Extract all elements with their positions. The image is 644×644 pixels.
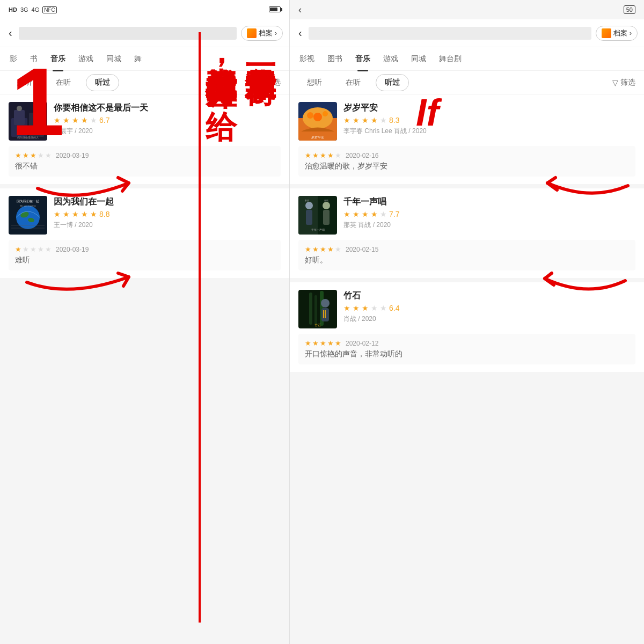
left-back-button[interactable]: ‹	[6, 25, 14, 41]
right-review-2: ★ ★ ★ ★ ★ 2020-02-15 好听。	[298, 240, 635, 270]
music-item-1[interactable]: 偶尔做做最好的人 你要相信这不是最后一天 ★ ★ ★ ★ ★ 6.7 华晨宇 /…	[0, 94, 289, 184]
rs3: ★	[30, 245, 36, 253]
subtab-heard-left[interactable]: 听过	[86, 74, 119, 91]
right-sub-tabs: 想听 在听 听过 ▽ 筛选	[290, 71, 644, 94]
svg-point-25	[323, 202, 330, 209]
music-meta-2: 王一博 / 2020	[54, 221, 281, 230]
right-review-text-2: 好听。	[305, 255, 629, 265]
tab-game-left[interactable]: 游戏	[73, 51, 99, 67]
svg-text:肖战: 肖战	[324, 199, 328, 202]
tab-book-left[interactable]: 书	[25, 51, 43, 67]
tab-theater-left[interactable]: 舞	[129, 51, 147, 67]
right-stars-row-3: ★ ★ ★ ★ ★ 6.4	[343, 304, 635, 312]
rstars2: ★	[23, 151, 29, 159]
svg-rect-32	[314, 295, 317, 325]
svg-rect-37	[325, 310, 326, 318]
review-text-1: 很不错	[15, 162, 274, 171]
right-review-stars-1: ★ ★ ★ ★ ★	[305, 151, 341, 159]
t5: ★	[380, 304, 387, 312]
rs5: ★	[380, 116, 387, 125]
right-chevron-icon: ›	[630, 29, 632, 37]
filter-button-left[interactable]: ▽ 筛选	[258, 78, 281, 87]
svg-rect-2	[14, 110, 25, 125]
subtab-heard-right[interactable]: 听过	[376, 74, 409, 91]
review-stars-1: ★ ★ ★ ★ ★	[15, 151, 52, 159]
rs1: ★	[15, 245, 21, 253]
right-swoosh-2	[537, 269, 633, 298]
music-title-1: 你要相信这不是最后一天	[54, 102, 281, 114]
s2: ★	[353, 210, 360, 218]
svg-point-34	[321, 299, 330, 308]
tab-music-right[interactable]: 音乐	[350, 51, 376, 67]
rs1: ★	[343, 116, 350, 125]
rrs2: ★	[312, 151, 319, 159]
svg-point-19	[307, 112, 313, 119]
filter-button-right[interactable]: ▽ 筛选	[612, 78, 635, 87]
music-info-1: 你要相信这不是最后一天 ★ ★ ★ ★ ★ 6.7 华晨宇 / 2020	[54, 102, 281, 136]
tab-film-left[interactable]: 影	[4, 51, 23, 67]
tab-film-right[interactable]: 影视	[294, 51, 320, 67]
tab-book-right[interactable]: 图书	[322, 51, 348, 67]
review-text-2: 难听	[15, 255, 274, 265]
rrs5: ★	[335, 151, 341, 159]
t2: ★	[353, 304, 360, 312]
left-music-list: 偶尔做做最好的人 你要相信这不是最后一天 ★ ★ ★ ★ ★ 6.7 华晨宇 /…	[0, 94, 289, 644]
rs2: ★	[23, 245, 29, 253]
right-rating-2: 7.7	[389, 210, 399, 218]
right-archive-button[interactable]: 档案 ›	[596, 26, 638, 41]
right-review-date-2: 2020-02-15	[346, 246, 378, 253]
rstars1: ★	[15, 151, 21, 159]
left-archive-button[interactable]: 档案 ›	[241, 26, 283, 41]
right-meta-3: 肖战 / 2020	[343, 314, 635, 324]
right-item-1-header: 岁岁平安 岁岁平安 ★ ★ ★ ★ ★ 8.3 李宇春 Chris Lee 肖战…	[298, 102, 635, 141]
rrs4: ★	[327, 151, 334, 159]
right-panel: ‹ 50 ‹ 档案 › 影视 图书 音乐 游戏 同城 舞台剧 想听 在听	[290, 0, 644, 644]
subtab-listening-right[interactable]: 在听	[337, 75, 369, 91]
left-panel: HD 3G 4G NFC ‹ 档案 › 影 书 音乐 游戏	[0, 0, 290, 644]
svg-rect-30	[298, 290, 337, 328]
right-stars-row-1: ★ ★ ★ ★ ★ 8.3	[343, 116, 635, 125]
stars-row-1: ★ ★ ★ ★ ★ 6.7	[54, 116, 281, 125]
subtab-want-left[interactable]: 想听	[9, 75, 41, 91]
right-back-button[interactable]: ‹	[296, 25, 304, 41]
star2: ★	[63, 116, 70, 125]
s2: ★	[63, 210, 70, 218]
subtab-want-right[interactable]: 想听	[298, 75, 331, 91]
rrs2_2: ★	[312, 245, 319, 253]
rrs2_3: ★	[320, 245, 326, 253]
right-review-date-1: 2020-02-16	[346, 152, 378, 159]
tab-local-left[interactable]: 同城	[101, 51, 127, 67]
battery-fill	[270, 8, 277, 11]
right-archive-label: 档案	[613, 28, 627, 38]
battery-level-right: 50	[624, 5, 635, 14]
archive-label: 档案	[259, 28, 273, 38]
phone-container: HD 3G 4G NFC ‹ 档案 › 影 书 音乐 游戏	[0, 0, 644, 644]
svg-point-17	[313, 113, 322, 121]
t3: ★	[362, 304, 369, 312]
tab-local-right[interactable]: 同城	[406, 51, 431, 67]
svg-text:那英: 那英	[305, 199, 309, 202]
svg-text:千年一声唱: 千年一声唱	[311, 228, 325, 231]
review-date-2: 2020-03-19	[56, 246, 89, 253]
s1: ★	[54, 210, 61, 218]
rrs3_5: ★	[335, 339, 341, 347]
right-review-3: ★ ★ ★ ★ ★ 2020-02-12 开口惊艳的声音，非常动听的	[298, 334, 635, 364]
tab-theater-right[interactable]: 舞台剧	[434, 51, 467, 67]
rstars4: ★	[38, 151, 44, 159]
tab-game-right[interactable]: 游戏	[378, 51, 404, 67]
subtab-listening-left[interactable]: 在听	[47, 75, 79, 91]
right-rating-1: 8.3	[389, 116, 399, 125]
tab-music-left[interactable]: 音乐	[45, 51, 71, 67]
right-review-stars-2: ★ ★ ★ ★ ★	[305, 245, 341, 253]
right-music-item-1[interactable]: 岁岁平安 岁岁平安 ★ ★ ★ ★ ★ 8.3 李宇春 Chris Lee 肖战…	[290, 94, 644, 184]
svg-text:We stay together: We stay together	[20, 204, 36, 207]
filter-icon: ▽	[258, 78, 264, 87]
rrs2_4: ★	[327, 245, 334, 253]
svg-text:岁岁平安: 岁岁平安	[311, 135, 324, 139]
left-title-blurred	[19, 27, 237, 40]
svg-point-23	[305, 202, 313, 209]
review-date-1: 2020-03-19	[56, 152, 89, 159]
rating-score-1: 6.7	[99, 116, 109, 125]
right-review-header-2: ★ ★ ★ ★ ★ 2020-02-15	[305, 245, 629, 255]
right-music-item-2[interactable]: 千年一声唱 那英 肖战 千年一声唱 ★ ★ ★ ★ ★ 7.7	[290, 188, 644, 278]
